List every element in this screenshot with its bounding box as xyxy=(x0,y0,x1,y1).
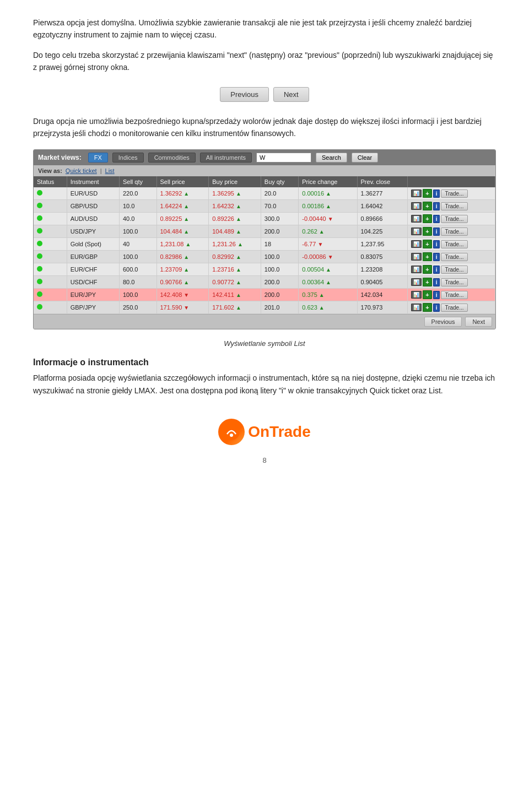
plus-button[interactable]: + xyxy=(423,189,431,198)
plus-button[interactable]: + xyxy=(423,265,431,274)
tab-fx[interactable]: FX xyxy=(88,153,108,163)
cell-price-change: -0.00440 ▼ xyxy=(299,213,357,225)
info-button[interactable]: i xyxy=(433,215,440,223)
cell-status xyxy=(34,200,67,213)
trade-button[interactable]: Trade... xyxy=(441,304,467,312)
table-row: USD/JPY 100.0 104.484 ▲ 104.489 ▲ 200.0 … xyxy=(34,225,495,238)
trade-button[interactable]: Trade... xyxy=(441,228,467,236)
plus-button[interactable]: + xyxy=(423,290,431,299)
cell-buy-qty: 300.0 xyxy=(261,213,298,225)
trade-button[interactable]: Trade... xyxy=(441,240,467,248)
chart-button[interactable]: 📊 xyxy=(411,215,422,223)
tab-indices[interactable]: Indices xyxy=(112,153,144,163)
footer-next-button[interactable]: Next xyxy=(465,317,492,327)
widget-footer: Previous Next xyxy=(34,314,495,329)
status-dot xyxy=(37,203,42,208)
chart-button[interactable]: 📊 xyxy=(411,266,422,273)
info-button[interactable]: i xyxy=(433,190,440,198)
footer-previous-button[interactable]: Previous xyxy=(424,317,462,327)
chart-button[interactable]: 📊 xyxy=(411,253,422,261)
arrow-up-icon: ▲ xyxy=(236,305,241,311)
trade-button[interactable]: Trade... xyxy=(441,190,467,198)
widget-top-bar: Market views: FX Indices Commodities All… xyxy=(34,150,495,165)
chart-button[interactable]: 📊 xyxy=(411,240,422,248)
chart-button[interactable]: 📊 xyxy=(411,202,422,210)
clear-button[interactable]: Clear xyxy=(352,153,378,163)
cell-prev-close: 104.225 xyxy=(357,225,408,238)
cell-buy-price: 142.411 ▲ xyxy=(209,289,261,301)
info-button[interactable]: i xyxy=(433,266,440,274)
next-button-top[interactable]: Next xyxy=(273,87,309,102)
cell-buy-qty: 200.0 xyxy=(261,289,298,301)
cell-price-change: 0.262 ▲ xyxy=(299,225,357,238)
plus-button[interactable]: + xyxy=(423,240,431,248)
chart-button[interactable]: 📊 xyxy=(411,228,422,235)
cell-prev-close: 0.90405 xyxy=(357,276,408,289)
chart-button[interactable]: 📊 xyxy=(411,291,422,299)
cell-instrument: EUR/JPY xyxy=(67,289,119,301)
col-buy-qty: Buy qty xyxy=(261,176,298,187)
trade-button[interactable]: Trade... xyxy=(441,253,467,261)
cell-status xyxy=(34,301,67,314)
plus-button[interactable]: + xyxy=(423,303,431,312)
info-button[interactable]: i xyxy=(433,240,440,248)
arrow-up-icon: ▲ xyxy=(236,267,241,273)
previous-button-top[interactable]: Previous xyxy=(220,87,269,102)
arrow-down-icon: ▼ xyxy=(183,305,189,311)
trade-button[interactable]: Trade... xyxy=(441,266,467,274)
trade-button[interactable]: Trade... xyxy=(441,215,467,223)
paragraph-1: Pierwsza opcja jest domyślna. Umożliwia … xyxy=(33,17,496,41)
cell-sell-price: 0.89225 ▲ xyxy=(156,213,209,225)
arrow-up-icon: ▲ xyxy=(236,229,241,235)
plus-button[interactable]: + xyxy=(423,252,431,261)
cell-buy-qty: 200.0 xyxy=(261,225,298,238)
cell-buy-price: 0.89226 ▲ xyxy=(209,213,261,225)
plus-button[interactable]: + xyxy=(423,214,431,223)
cell-prev-close: 0.83075 xyxy=(357,251,408,263)
col-status: Status xyxy=(34,176,67,187)
chart-button[interactable]: 📊 xyxy=(411,278,422,286)
arrow-up-icon: ▲ xyxy=(326,203,331,209)
col-instrument: Instrument xyxy=(67,176,119,187)
cell-buy-price: 1,231.26 ▲ xyxy=(209,238,261,251)
chart-button[interactable]: 📊 xyxy=(411,304,422,311)
tab-commodities[interactable]: Commodities xyxy=(148,153,196,163)
info-button[interactable]: i xyxy=(433,278,440,286)
plus-button[interactable]: + xyxy=(423,278,431,286)
cell-buy-qty: 70.0 xyxy=(261,200,298,213)
cell-buy-price: 1.23716 ▲ xyxy=(209,263,261,276)
info-button[interactable]: i xyxy=(433,304,440,312)
tab-all-instruments[interactable]: All instruments xyxy=(200,153,252,163)
plus-button[interactable]: + xyxy=(423,227,431,236)
cell-buy-price: 1.36295 ▲ xyxy=(209,187,261,200)
col-actions xyxy=(408,176,495,187)
cell-sell-qty: 100.0 xyxy=(119,251,156,263)
info-button[interactable]: i xyxy=(433,253,440,261)
cell-price-change: 0.00504 ▲ xyxy=(299,263,357,276)
search-input[interactable] xyxy=(256,153,311,163)
cell-instrument: USD/JPY xyxy=(67,225,119,238)
cell-buy-price: 0.90772 ▲ xyxy=(209,276,261,289)
chart-button[interactable]: 📊 xyxy=(411,190,422,197)
view-list[interactable]: List xyxy=(105,167,115,174)
info-button[interactable]: i xyxy=(433,228,440,236)
trade-button[interactable]: Trade... xyxy=(441,202,467,210)
cell-buy-qty: 100.0 xyxy=(261,263,298,276)
arrow-up-icon: ▲ xyxy=(185,241,191,247)
cell-instrument: GBP/USD xyxy=(67,200,119,213)
info-button[interactable]: i xyxy=(433,202,440,210)
arrow-up-icon: ▲ xyxy=(183,279,189,285)
cell-sell-qty: 600.0 xyxy=(119,263,156,276)
search-button[interactable]: Search xyxy=(316,153,347,163)
cell-sell-qty: 250.0 xyxy=(119,301,156,314)
plus-button[interactable]: + xyxy=(423,202,431,210)
table-row: EUR/JPY 100.0 142.408 ▼ 142.411 ▲ 200.0 … xyxy=(34,289,495,301)
cell-price-change: 0.00364 ▲ xyxy=(299,276,357,289)
info-button[interactable]: i xyxy=(433,291,440,299)
trade-button[interactable]: Trade... xyxy=(441,291,467,299)
cell-prev-close: 0.89666 xyxy=(357,213,408,225)
cell-sell-price: 0.82986 ▲ xyxy=(156,251,209,263)
view-quick-ticket[interactable]: Quick ticket xyxy=(66,167,97,174)
trade-button[interactable]: Trade... xyxy=(441,278,467,286)
page-number: 8 xyxy=(33,456,496,464)
